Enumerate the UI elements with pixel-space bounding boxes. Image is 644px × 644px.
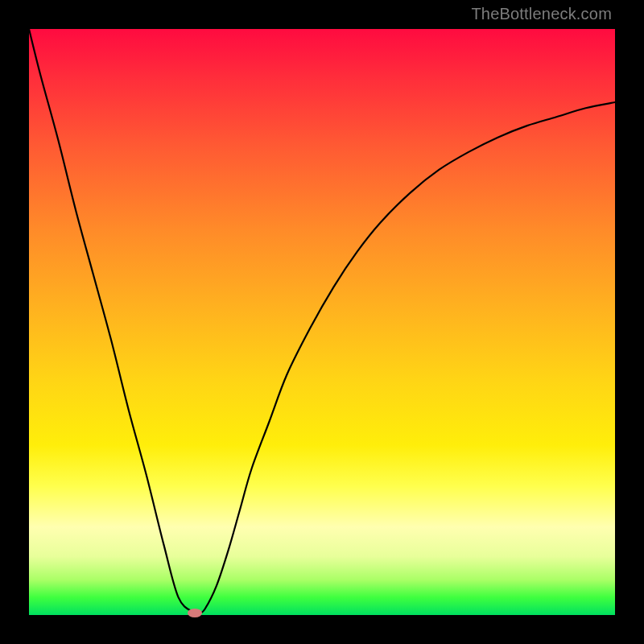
minimum-marker [188,609,202,617]
chart-frame: TheBottleneck.com [0,0,644,644]
plot-area [29,29,615,615]
bottleneck-curve [29,29,615,614]
watermark-text: TheBottleneck.com [471,5,612,23]
curve-svg [29,29,615,615]
